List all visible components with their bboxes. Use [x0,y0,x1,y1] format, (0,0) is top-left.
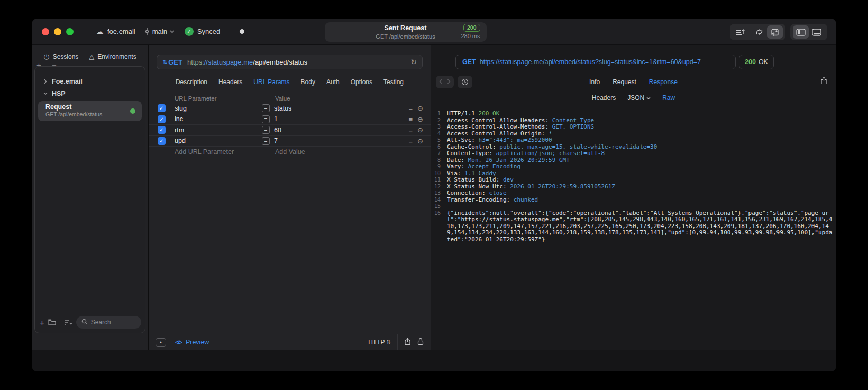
drag-handle-icon[interactable]: ≡ [409,104,413,112]
request-url[interactable]: https://statuspage.me/api/embed/status [187,58,307,66]
request-title: Sent Request [385,24,427,32]
tab-options[interactable]: Options [351,78,372,86]
tab-testing[interactable]: Testing [383,78,404,86]
response-subtabs: Headers JSON Raw [431,94,836,107]
http-version-selector[interactable]: HTTP ⇅ [368,339,391,346]
compare-branches-button[interactable] [751,25,767,39]
response-status-box: 200 OK [739,55,774,69]
response-body[interactable]: 1HTTP/1.1 200 OK 2Access-Control-Allow-H… [431,107,836,350]
param-name[interactable]: inc [175,115,262,123]
chevron-down-icon [170,30,175,33]
url-path: /api/embed/status [253,58,307,66]
search-field[interactable] [76,316,141,329]
response-status-text: OK [759,58,768,66]
request-item-title: Request [45,103,135,111]
tab-info[interactable]: Info [589,78,600,86]
remove-row-icon[interactable]: ⊖ [417,115,423,123]
add-param-placeholder[interactable]: Add URL Parameter [175,148,262,156]
forward-icon[interactable] [447,78,451,86]
remove-row-icon[interactable]: ⊖ [417,137,423,145]
param-name[interactable]: rtm [175,126,262,134]
window-bottom-chrome [32,350,836,371]
param-row[interactable]: ✓ inc =1 ≡⊖ [149,114,431,125]
param-row[interactable]: ✓ rtm =60 ≡⊖ [149,125,431,136]
request-method[interactable]: GET [168,58,182,66]
param-checkbox[interactable]: ✓ [158,104,166,112]
traffic-lights [42,28,74,35]
tab-url-params[interactable]: URL Params [253,78,289,86]
branch-selector[interactable]: main [144,28,175,35]
request-subtitle: GET /api/embed/status [376,33,435,40]
drag-handle-icon[interactable]: ≡ [409,126,413,134]
sync-requests-button[interactable] [767,25,783,39]
export-response-icon[interactable] [820,77,827,86]
tab-response[interactable]: Response [649,78,678,86]
resend-request-icon[interactable]: ↻ [410,58,417,66]
tab-sessions-label: Sessions [53,53,79,60]
column-header-value: Value [262,95,398,102]
tab-headers[interactable]: Headers [218,78,242,86]
tab-auth[interactable]: Auth [326,78,340,86]
tab-description[interactable]: Description [176,78,207,86]
add-request-button[interactable]: + [40,318,44,327]
response-json-line: 16{"incidents":null,"overall":{"code":"o… [431,210,836,243]
param-name[interactable]: upd [175,137,262,144]
param-checkbox[interactable]: ✓ [158,115,166,123]
branch-name: main [152,28,167,35]
expand-panel-button[interactable]: ▲ [156,338,166,347]
tab-environments[interactable]: △ Environments [89,52,136,60]
drag-handle-icon[interactable]: ≡ [409,115,413,123]
param-value[interactable]: 7 [274,137,278,144]
toggle-sidebar-button[interactable] [793,25,809,39]
response-nav: Info Request Response [431,76,836,88]
subtab-json[interactable]: JSON [627,94,651,102]
param-value[interactable]: 60 [274,126,281,134]
request-status-dot [130,108,135,114]
toggle-bottom-panel-button[interactable] [809,25,825,39]
minimize-window-button[interactable] [54,28,61,35]
sent-request-url[interactable]: GET https://statuspage.me/api/embed/stat… [455,55,736,69]
add-param-row[interactable]: Add URL Parameter Add Value [149,147,431,158]
search-icon [81,318,88,327]
param-checkbox[interactable]: ✓ [158,126,166,134]
close-window-button[interactable] [42,28,49,35]
param-checkbox[interactable]: ✓ [158,137,166,145]
param-value[interactable]: 1 [274,115,278,123]
add-value-placeholder[interactable]: Add Value [262,148,398,156]
preview-button[interactable]: </> Preview [175,339,209,346]
sort-list-button[interactable] [64,319,72,325]
subtab-raw[interactable]: Raw [662,94,675,102]
sent-method: GET [462,58,476,66]
response-panel: GET https://statuspage.me/api/embed/stat… [431,45,836,350]
tab-body[interactable]: Body [301,78,315,86]
environments-icon: △ [89,52,94,60]
param-row[interactable]: ✓ slug =status ≡⊖ [149,103,431,114]
zoom-window-button[interactable] [66,28,74,35]
request-url-bar[interactable]: ⇅ GET https://statuspage.me/api/embed/st… [157,55,423,69]
back-icon[interactable] [439,78,443,86]
share-icon[interactable] [404,338,411,347]
lock-icon[interactable] [417,338,424,347]
param-value[interactable]: status [274,105,291,112]
param-row[interactable]: ✓ upd =7 ≡⊖ [149,136,431,147]
remove-row-icon[interactable]: ⊖ [417,126,423,134]
remove-row-icon[interactable]: ⊖ [417,104,423,112]
url-params-table: URL Parameter Value ✓ slug =status ≡⊖ ✓ … [149,94,431,158]
method-stepper-icon[interactable]: ⇅ [162,59,167,66]
history-clock-button[interactable] [458,76,472,88]
project-name[interactable]: foe.email [107,28,135,35]
search-input[interactable] [91,319,136,326]
footer-divider [218,334,218,350]
sessions-panel: Foe.email HSP Request GET /api/embed/sta… [34,66,145,333]
request-summary-pill[interactable]: Sent Request 200 GET /api/embed/status 2… [325,22,487,42]
param-name[interactable]: slug [175,105,262,112]
tree-group-foe-email[interactable]: Foe.email [35,75,145,87]
sidebar-item-request[interactable]: Request GET /api/embed/status [38,101,142,121]
tab-sessions[interactable]: ◷ Sessions [43,52,78,60]
export-list-button[interactable] [733,25,748,39]
tree-group-hsp[interactable]: HSP [35,87,145,99]
drag-handle-icon[interactable]: ≡ [409,137,413,145]
subtab-headers[interactable]: Headers [592,94,616,102]
tab-request[interactable]: Request [613,78,636,86]
new-folder-button[interactable] [48,319,56,325]
